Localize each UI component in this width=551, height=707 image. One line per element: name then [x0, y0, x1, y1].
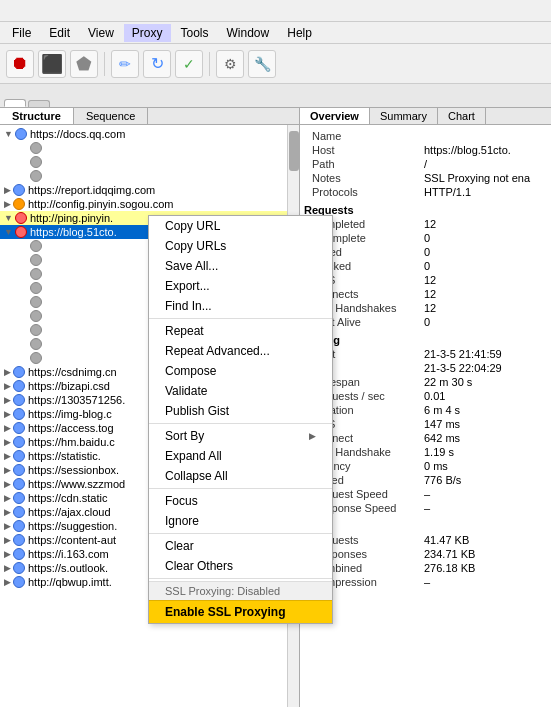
overview-section-header: Size: [304, 519, 547, 533]
ctx-item-label: Export...: [165, 279, 210, 293]
overview-row: Host https://blog.51cto.: [304, 143, 547, 157]
overview-row: Timespan 22 m 30 s: [304, 375, 547, 389]
expand-arrow: ▶: [4, 549, 11, 559]
item-icon: [13, 534, 25, 546]
overview-row: Requests 41.47 KB: [304, 533, 547, 547]
overview-field-name: Name: [304, 130, 424, 142]
item-label: https://sessionbox.: [28, 464, 119, 476]
item-icon: [13, 436, 25, 448]
context-menu-item[interactable]: Save All...: [149, 256, 332, 276]
stop-button[interactable]: ⬛: [38, 50, 66, 78]
item-icon: [13, 366, 25, 378]
context-menu-item[interactable]: Sort By▶: [149, 426, 332, 446]
refresh-button[interactable]: ↻: [143, 50, 171, 78]
context-menu-item[interactable]: Ignore: [149, 511, 332, 531]
context-menu-item[interactable]: Publish Gist: [149, 401, 332, 421]
context-menu-item[interactable]: Expand All: [149, 446, 332, 466]
menu-file[interactable]: File: [4, 24, 39, 42]
ctx-item-label: Focus: [165, 494, 198, 508]
item-label: http://ping.pinyin.: [30, 212, 113, 224]
overview-field-value: 22 m 30 s: [424, 376, 547, 388]
toolbar-divider-1: [104, 52, 105, 76]
item-label: https://statistic.: [28, 450, 101, 462]
item-icon: [30, 240, 42, 252]
context-menu-separator: [149, 578, 332, 579]
toolbar-divider-2: [209, 52, 210, 76]
overview-row: Protocols HTTP/1.1: [304, 185, 547, 199]
tree-item[interactable]: [0, 169, 299, 183]
context-menu-item[interactable]: Clear Others: [149, 556, 332, 576]
context-menu-item[interactable]: Copy URLs: [149, 236, 332, 256]
settings-button[interactable]: ⚙: [216, 50, 244, 78]
expand-arrow: ▶: [4, 395, 11, 405]
ctx-item-label: Sort By: [165, 429, 204, 443]
active-connections-tab[interactable]: [28, 100, 50, 107]
context-menu-item[interactable]: Repeat Advanced...: [149, 341, 332, 361]
item-icon: [13, 492, 25, 504]
overview-tab[interactable]: Overview: [300, 108, 370, 124]
context-menu-item[interactable]: Copy URL: [149, 216, 332, 236]
menu-tools[interactable]: Tools: [173, 24, 217, 42]
overview-row: Duration 6 m 4 s: [304, 403, 547, 417]
scrollbar-thumb[interactable]: [289, 131, 299, 171]
overview-row: Incomplete 0: [304, 231, 547, 245]
ctx-item-label: Ignore: [165, 514, 199, 528]
overview-row: Responses 234.71 KB: [304, 547, 547, 561]
overview-row: Compression –: [304, 575, 547, 589]
session-tab[interactable]: [4, 99, 26, 107]
item-icon: [13, 478, 25, 490]
title-bar: [0, 0, 551, 22]
expand-arrow: ▶: [4, 451, 11, 461]
submenu-arrow-icon: ▶: [309, 431, 316, 441]
tree-item[interactable]: ▶http://config.pinyin.sogou.com: [0, 197, 299, 211]
item-icon: [13, 562, 25, 574]
overview-field-value: 12: [424, 274, 547, 286]
chart-tab[interactable]: Chart: [438, 108, 486, 124]
item-icon: [13, 576, 25, 588]
context-menu-item[interactable]: Clear: [149, 536, 332, 556]
context-menu-item[interactable]: Find In...: [149, 296, 332, 316]
tree-item[interactable]: [0, 155, 299, 169]
expand-arrow: ▶: [4, 577, 11, 587]
item-icon: [13, 380, 25, 392]
check-button[interactable]: ✓: [175, 50, 203, 78]
menu-help[interactable]: Help: [279, 24, 320, 42]
enable-ssl-proxying-button[interactable]: Enable SSL Proxying: [149, 600, 332, 623]
context-menu-item[interactable]: Collapse All: [149, 466, 332, 486]
overview-field-value: /: [424, 158, 547, 170]
structure-tab[interactable]: Structure: [0, 108, 74, 124]
tools-button[interactable]: 🔧: [248, 50, 276, 78]
clear-button[interactable]: ⬟: [70, 50, 98, 78]
edit-button[interactable]: ✏: [111, 50, 139, 78]
tree-item[interactable]: ▼https://docs.qq.com: [0, 127, 299, 141]
context-menu-item[interactable]: Focus: [149, 491, 332, 511]
expand-arrow: ▶: [4, 437, 11, 447]
context-menu-item[interactable]: Export...: [149, 276, 332, 296]
record-button[interactable]: ⏺: [6, 50, 34, 78]
overview-row: Start 21-3-5 21:41:59: [304, 347, 547, 361]
menu-proxy[interactable]: Proxy: [124, 24, 171, 42]
ctx-item-label: Repeat Advanced...: [165, 344, 270, 358]
item-label: https://docs.qq.com: [30, 128, 125, 140]
ctx-item-label: Validate: [165, 384, 207, 398]
ctx-item-label: Find In...: [165, 299, 212, 313]
expand-arrow: ▶: [4, 367, 11, 377]
overview-row: Failed 0: [304, 245, 547, 259]
ctx-item-label: Clear: [165, 539, 194, 553]
menu-view[interactable]: View: [80, 24, 122, 42]
context-menu-item[interactable]: Repeat: [149, 321, 332, 341]
expand-arrow: ▶: [4, 479, 11, 489]
summary-tab[interactable]: Summary: [370, 108, 438, 124]
overview-field-value: –: [424, 502, 547, 514]
tree-item[interactable]: [0, 141, 299, 155]
sequence-tab[interactable]: Sequence: [74, 108, 149, 124]
item-icon: [13, 184, 25, 196]
expand-arrow: ▼: [4, 213, 13, 223]
item-icon: [30, 156, 42, 168]
menu-edit[interactable]: Edit: [41, 24, 78, 42]
item-icon: [30, 310, 42, 322]
tree-item[interactable]: ▶https://report.idqqimg.com: [0, 183, 299, 197]
context-menu-item[interactable]: Validate: [149, 381, 332, 401]
menu-window[interactable]: Window: [219, 24, 278, 42]
context-menu-item[interactable]: Compose: [149, 361, 332, 381]
